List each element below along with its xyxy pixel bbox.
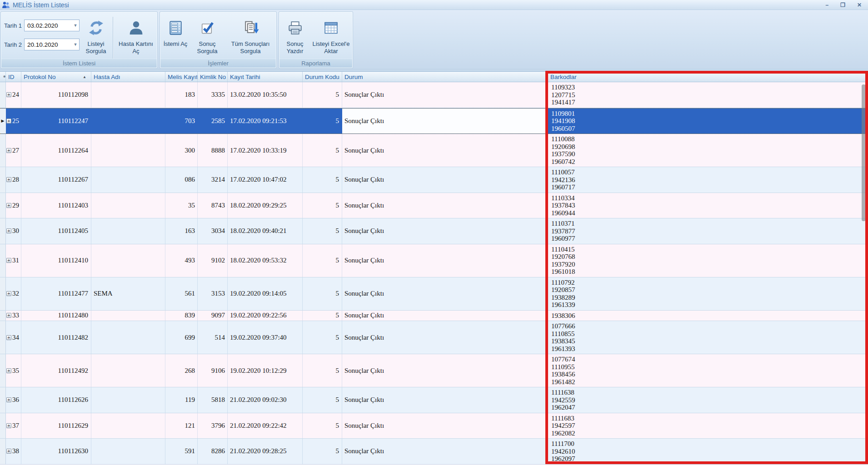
id-value: 25 (11, 117, 19, 125)
row-indicator (0, 311, 6, 321)
listeyi-excele-aktar-label: Listeyi Excel'e Aktar (310, 40, 352, 55)
sonuc-sorgula-button[interactable]: Sonuç Sorgula (190, 15, 224, 59)
grid-body: +24110112098183333513.02.2020 10:35:505S… (0, 82, 868, 465)
hasta-adi-cell (91, 218, 165, 244)
expand-row-button[interactable]: + (6, 228, 11, 233)
table-row[interactable]: ▶+25110112247703258517.02.2020 09:21:535… (0, 108, 868, 134)
protokol-no-cell: 110112405 (21, 218, 91, 244)
column-header-protokol-no[interactable]: Protokol No ▲ (21, 72, 91, 82)
id-cell: +27 (6, 134, 21, 167)
date1-value: 03.02.2020 (25, 22, 72, 29)
durum-kodu-cell: 5 (303, 321, 342, 354)
table-row[interactable]: +28110112267086321417.02.2020 10:47:025S… (0, 167, 868, 193)
sonuc-sorgula-label: Sonuç Sorgula (190, 40, 224, 55)
tum-sonuclari-sorgula-button[interactable]: Tüm Sonuçları Sorgula (225, 15, 276, 59)
table-row[interactable]: +37110112629121379621.02.2020 09:22:425S… (0, 413, 868, 439)
table-row[interactable]: +31110112410493910218.02.2020 09:53:325S… (0, 244, 868, 277)
table-row[interactable]: +3411011248269951419.02.2020 09:37:405So… (0, 321, 868, 354)
expand-row-button[interactable]: + (6, 291, 11, 296)
durum-kodu-cell: 5 (303, 311, 342, 321)
group-label-islemler: İşlemler (160, 59, 276, 68)
row-indicator (0, 218, 6, 244)
group-label-istem-listesi: İstem Listesi (1, 59, 157, 68)
close-button[interactable]: ✕ (857, 1, 862, 9)
table-row[interactable]: +32110112477SEMA561315319.02.2020 09:14:… (0, 277, 868, 311)
expand-row-button[interactable]: + (6, 203, 11, 208)
column-header-kayit-tarihi[interactable]: Kayıt Tarihi (228, 72, 303, 82)
column-header-melis-kayit[interactable]: Melis Kayıt (165, 72, 198, 82)
protokol-no-cell: 110112403 (21, 193, 91, 218)
barcode-value: 1110792 (551, 279, 868, 287)
restore-button[interactable]: ❐ (840, 1, 845, 9)
expand-row-button[interactable]: + (6, 397, 11, 402)
id-value: 24 (11, 91, 19, 99)
minimize-button[interactable]: – (825, 1, 828, 9)
barkodlar-cell: 111170019426101962097 (548, 439, 868, 464)
id-cell: +30 (6, 218, 21, 244)
column-header-durum[interactable]: Durum (342, 72, 548, 82)
istemi-ac-button[interactable]: İstemi Aç (162, 15, 189, 59)
id-value: 30 (11, 227, 19, 235)
column-header-kimlik-no[interactable]: Kimlik No (198, 72, 228, 82)
barcode-value: 1920857 (551, 286, 868, 294)
vertical-scrollbar-thumb[interactable] (862, 84, 866, 221)
expand-row-button[interactable]: + (6, 368, 11, 373)
date1-input[interactable]: 03.02.2020 ▼ (24, 20, 80, 31)
column-header-id[interactable]: ID (6, 72, 21, 82)
expand-row-button[interactable]: + (6, 423, 11, 428)
table-row[interactable]: +27110112264300888817.02.2020 10:33:195S… (0, 134, 868, 167)
listeyi-excele-aktar-button[interactable]: Listeyi Excel'e Aktar (310, 15, 352, 59)
barcode-value: 1110088 (551, 135, 868, 143)
id-value: 31 (11, 257, 19, 264)
column-header-durum-kodu[interactable]: Durum Kodu (303, 72, 342, 82)
hasta-adi-cell (91, 134, 165, 167)
expand-row-button[interactable]: + (6, 449, 11, 454)
table-row[interactable]: +24110112098183333513.02.2020 10:35:505S… (0, 82, 868, 108)
barcode-value: 1937877 (551, 228, 868, 235)
hasta-kartini-ac-button[interactable]: Hasta Kartını Aç (115, 15, 156, 59)
listeyi-sorgula-button[interactable]: Listeyi Sorgula (81, 15, 110, 59)
date2-input[interactable]: 20.10.2020 ▼ (24, 39, 80, 50)
table-row[interactable]: +2911011240335874318.02.2020 09:29:255So… (0, 193, 868, 219)
barkodlar-cell: 1077666111085519383451961393 (548, 321, 868, 354)
melis-kayit-cell: 163 (165, 218, 198, 244)
durum-kodu-cell: 5 (303, 439, 342, 464)
date2-dropdown-icon[interactable]: ▼ (72, 42, 79, 47)
table-row[interactable]: +30110112405163303418.02.2020 09:40:215S… (0, 218, 868, 244)
date1-dropdown-icon[interactable]: ▼ (72, 23, 79, 28)
durum-cell: Sonuçlar Çıktı (342, 354, 548, 387)
grid-corner-header[interactable]: ✱ (0, 72, 6, 82)
id-value: 33 (11, 312, 19, 319)
expand-row-button[interactable]: + (6, 119, 11, 124)
barcode-value: 1942597 (551, 422, 868, 430)
expand-row-button[interactable]: + (6, 148, 11, 153)
expand-row-button[interactable]: + (6, 335, 11, 340)
barcode-value: 1920698 (551, 143, 868, 151)
durum-cell: Sonuçlar Çıktı (342, 244, 548, 277)
column-header-hasta-adi[interactable]: Hasta Adı (91, 72, 165, 82)
table-row[interactable]: +33110112480839909719.02.2020 09:22:565S… (0, 311, 868, 322)
expand-row-button[interactable]: + (6, 177, 11, 182)
column-header-barkodlar[interactable]: Barkodlar (548, 72, 868, 82)
sonuc-yazdir-button[interactable]: Sonuç Yazdır (281, 15, 309, 59)
listeyi-sorgula-label: Listeyi Sorgula (81, 40, 110, 55)
table-row[interactable]: +36110112626119581821.02.2020 09:02:305S… (0, 387, 868, 413)
barkodlar-cell: 111168319425971962082 (548, 413, 868, 439)
date2-label: Tarih 2 (4, 41, 24, 48)
kayit-tarihi-cell: 21.02.2020 09:02:30 (228, 387, 303, 413)
id-value: 34 (11, 334, 19, 341)
expand-row-button[interactable]: + (6, 92, 11, 97)
expand-row-button[interactable]: + (6, 258, 11, 263)
id-cell: +35 (6, 354, 21, 387)
id-cell: +25 (6, 109, 21, 134)
table-row[interactable]: +35110112492268910619.02.2020 10:12:295S… (0, 354, 868, 387)
expand-row-button[interactable]: + (6, 313, 11, 318)
row-indicator (0, 439, 6, 464)
kayit-tarihi-cell: 19.02.2020 09:37:40 (228, 321, 303, 354)
id-cell: +33 (6, 311, 21, 321)
protokol-no-cell: 110112247 (21, 109, 91, 134)
table-row[interactable]: +38110112630591828621.02.2020 09:28:255S… (0, 439, 868, 465)
id-value: 27 (11, 147, 19, 154)
id-value: 29 (11, 202, 19, 209)
melis-kayit-cell: 699 (165, 321, 198, 354)
